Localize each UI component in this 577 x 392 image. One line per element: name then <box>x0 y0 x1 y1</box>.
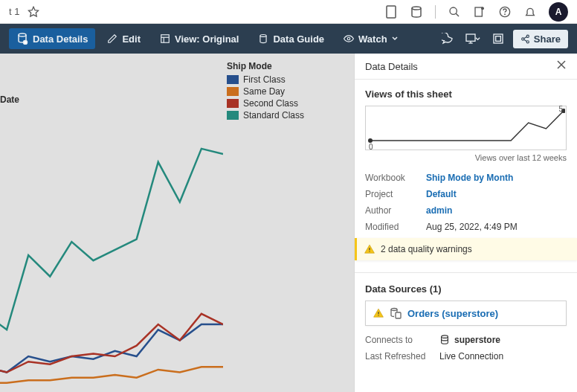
svg-line-22 <box>524 36 527 38</box>
svg-rect-1 <box>387 6 396 18</box>
svg-point-14 <box>260 34 266 36</box>
spark-max: 5 <box>558 105 563 113</box>
connects-value: superstore <box>454 335 500 345</box>
sparkline-box: 5 0 <box>365 106 567 150</box>
watch-label: Watch <box>358 33 387 45</box>
legend-item[interactable]: First Class <box>227 74 304 85</box>
datasource-name: Orders (superstore) <box>407 308 498 319</box>
view-toolbar: Data Details Edit View: Original Data Gu… <box>0 24 577 54</box>
svg-point-8 <box>505 14 506 15</box>
svg-rect-33 <box>396 312 401 318</box>
database-icon <box>439 335 450 345</box>
watch-button[interactable]: Watch <box>336 29 405 49</box>
svg-point-2 <box>412 7 421 10</box>
legend-label: Same Day <box>243 86 285 97</box>
svg-point-19 <box>526 35 529 37</box>
svg-rect-17 <box>494 34 503 43</box>
legend-swatch <box>227 75 239 84</box>
share-button[interactable]: Share <box>513 30 568 48</box>
chart-area: Date Ship Mode First ClassSame DaySecond… <box>0 54 354 392</box>
legend-label: First Class <box>243 74 286 85</box>
svg-point-20 <box>521 37 523 39</box>
data-details-label: Data Details <box>33 33 88 45</box>
svg-point-29 <box>369 251 370 251</box>
warning-text: 2 data quality warnings <box>381 244 472 254</box>
legend-label: Second Class <box>243 98 298 109</box>
svg-point-34 <box>442 335 448 338</box>
legend-label: Standard Class <box>243 110 304 121</box>
spark-caption: Views over last 12 weeks <box>365 153 567 162</box>
warning-icon <box>364 244 375 254</box>
chevron-down-icon <box>392 36 398 42</box>
line-chart <box>0 135 223 388</box>
legend: Ship Mode First ClassSame DaySecond Clas… <box>227 61 304 122</box>
view-original-button[interactable]: View: Original <box>152 29 246 49</box>
database-icon[interactable] <box>410 5 423 19</box>
connects-label: Connects to <box>365 335 439 345</box>
warning-icon <box>373 308 384 318</box>
ds-section-title: Data Sources (1) <box>365 283 567 295</box>
svg-rect-16 <box>466 34 475 41</box>
modified-label: Modified <box>365 222 426 232</box>
panel-title: Data Details <box>365 61 418 72</box>
workbook-label: Workbook <box>365 173 426 183</box>
svg-line-4 <box>456 13 459 16</box>
svg-point-32 <box>391 309 397 311</box>
legend-swatch <box>227 99 239 108</box>
bell-icon[interactable] <box>523 5 537 19</box>
device-icon[interactable] <box>384 5 398 19</box>
avatar[interactable]: A <box>549 2 568 22</box>
new-icon[interactable] <box>473 5 486 19</box>
comments-icon[interactable] <box>437 28 458 49</box>
views-section-title: Views of this sheet <box>365 89 567 100</box>
legend-title: Ship Mode <box>227 61 304 71</box>
legend-item[interactable]: Same Day <box>227 86 304 97</box>
datasource-card[interactable]: Orders (superstore) <box>365 301 567 326</box>
svg-line-23 <box>524 39 527 41</box>
modified-value: Aug 25, 2022, 4:49 PM <box>426 222 518 232</box>
download-icon[interactable] <box>462 28 483 49</box>
top-bar: t 1 A <box>0 0 577 24</box>
svg-point-15 <box>347 37 350 40</box>
legend-swatch <box>227 87 239 96</box>
svg-point-3 <box>450 7 457 14</box>
share-label: Share <box>534 33 561 45</box>
fullscreen-icon[interactable] <box>488 28 509 49</box>
divider <box>355 272 577 273</box>
warning-banner[interactable]: 2 data quality warnings <box>355 238 577 260</box>
help-icon[interactable] <box>498 5 512 19</box>
data-details-button[interactable]: Data Details <box>9 28 95 49</box>
x-axis-label: Date <box>0 94 19 105</box>
svg-point-31 <box>378 315 378 315</box>
view-label: View: Original <box>175 33 239 45</box>
data-guide-label: Data Guide <box>273 33 324 45</box>
legend-item[interactable]: Second Class <box>227 98 304 109</box>
svg-marker-0 <box>29 7 39 16</box>
author-label: Author <box>365 205 426 216</box>
divider <box>435 5 436 19</box>
spark-min: 0 <box>369 143 373 151</box>
star-icon[interactable] <box>27 5 40 19</box>
svg-point-21 <box>526 40 529 42</box>
author-link[interactable]: admin <box>426 205 452 216</box>
legend-swatch <box>227 111 239 120</box>
svg-rect-5 <box>475 7 482 16</box>
workbook-link[interactable]: Ship Mode by Month <box>426 173 513 183</box>
datasource-icon <box>390 307 402 319</box>
data-guide-button[interactable]: Data Guide <box>251 29 332 49</box>
edit-button[interactable]: Edit <box>100 29 148 49</box>
edit-label: Edit <box>122 33 141 45</box>
svg-point-6 <box>482 7 484 10</box>
svg-rect-18 <box>496 36 501 42</box>
legend-item[interactable]: Standard Class <box>227 110 304 121</box>
svg-rect-11 <box>161 35 170 43</box>
close-icon[interactable] <box>556 60 567 73</box>
svg-point-10 <box>24 41 28 45</box>
svg-point-9 <box>19 33 26 36</box>
data-details-panel: Data Details Views of this sheet 5 0 Vie… <box>354 54 577 392</box>
search-icon[interactable] <box>448 5 461 19</box>
refresh-label: Last Refreshed <box>365 351 439 362</box>
project-label: Project <box>365 189 426 199</box>
refresh-value: Live Connection <box>439 351 503 362</box>
project-link[interactable]: Default <box>426 189 457 199</box>
